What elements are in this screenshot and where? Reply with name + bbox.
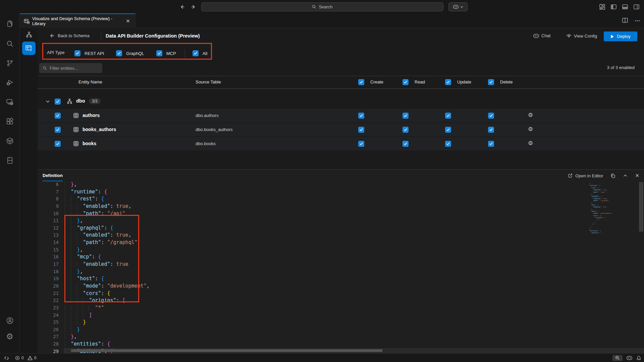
page-title: Data API Builder Configuration (Preview) xyxy=(106,33,200,39)
collapse-panel-icon[interactable] xyxy=(623,173,628,178)
definition-tab[interactable]: Definition xyxy=(43,173,63,181)
read-checkbox[interactable] xyxy=(402,127,409,133)
tab-visualize-schema[interactable]: Visualize and Design Schema (Preview) - … xyxy=(20,13,136,28)
group-checkbox[interactable] xyxy=(55,99,61,105)
chevron-down-icon[interactable] xyxy=(45,99,50,104)
update-checkbox[interactable] xyxy=(445,141,451,147)
filter-entities-input[interactable]: Filter entities... xyxy=(39,63,102,73)
schema-group-row[interactable]: dbo 3/3 xyxy=(38,95,644,109)
line-number: 24 xyxy=(38,312,59,319)
zoom-status-icon[interactable] xyxy=(612,355,623,361)
table-row-books[interactable]: booksdbo.books⚙ xyxy=(38,137,644,150)
create-checkbox[interactable] xyxy=(358,113,364,119)
create-all-checkbox-box[interactable] xyxy=(358,79,364,85)
remote-indicator-icon[interactable] xyxy=(4,356,9,361)
code-line-23: 23 "*" xyxy=(38,304,644,312)
update-all-checkbox[interactable] xyxy=(445,79,451,85)
update-checkbox[interactable] xyxy=(445,127,451,133)
problems-indicator[interactable]: 0 0 xyxy=(15,356,36,360)
table-designer-button[interactable]: ⚙ xyxy=(22,42,36,55)
update-checkbox[interactable] xyxy=(445,113,451,119)
extensions-icon[interactable] xyxy=(0,113,19,129)
line-number: 10 xyxy=(38,210,59,218)
code-editor[interactable]: 6 },7 "runtime": {8 "rest": {9 "enabled"… xyxy=(38,181,644,353)
open-external-icon xyxy=(568,173,573,178)
read-checkbox[interactable] xyxy=(402,141,409,147)
command-center-search[interactable]: Search xyxy=(201,2,443,11)
line-number: 27 xyxy=(38,333,59,341)
search-view-icon[interactable] xyxy=(0,36,19,52)
delete-all-checkbox[interactable] xyxy=(488,79,494,85)
read-all-checkbox-box[interactable] xyxy=(402,79,409,85)
split-editor-icon[interactable] xyxy=(622,17,628,24)
update-all-checkbox-box[interactable] xyxy=(445,79,451,85)
back-to-schema-button[interactable]: Back to Schema xyxy=(50,33,90,38)
api-option-all-checkbox[interactable] xyxy=(193,50,199,56)
api-option-rest-api-checkbox[interactable] xyxy=(74,50,80,56)
api-option-mcp-checkbox[interactable] xyxy=(156,50,162,56)
copilot-menu-button[interactable] xyxy=(448,2,468,11)
row-settings-gear-icon[interactable]: ⚙ xyxy=(528,140,533,147)
create-all-checkbox[interactable] xyxy=(358,79,364,85)
table-header-row: Entity Name Source Table Create Read Upd… xyxy=(38,76,644,88)
table-row-books_authors[interactable]: books_authorsdbo.books_authors⚙ xyxy=(38,123,644,136)
row-settings-gear-icon[interactable]: ⚙ xyxy=(528,126,533,133)
remote-explorer-icon[interactable] xyxy=(0,94,19,110)
row-select-checkbox[interactable] xyxy=(55,113,61,119)
create-checkbox[interactable] xyxy=(358,127,364,133)
create-checkbox[interactable] xyxy=(358,141,364,147)
source-table: dbo.books xyxy=(196,141,216,146)
copy-icon[interactable] xyxy=(610,173,615,178)
warning-icon xyxy=(28,356,33,360)
explorer-icon[interactable] xyxy=(0,16,19,32)
code-line-10: 10 "path": "/api" xyxy=(38,210,644,218)
row-select-checkbox[interactable] xyxy=(55,141,61,147)
title-bar: Search xyxy=(0,0,644,13)
schema-diagram-icon[interactable] xyxy=(24,30,34,39)
delete-checkbox[interactable] xyxy=(488,141,494,147)
line-number: 16 xyxy=(38,253,59,261)
notifications-bell-icon[interactable] xyxy=(636,356,641,361)
row-select-checkbox[interactable] xyxy=(55,127,61,133)
open-in-editor-button[interactable]: Open in Editor xyxy=(568,173,603,178)
delete-checkbox[interactable] xyxy=(488,113,494,119)
run-debug-icon[interactable] xyxy=(0,74,19,90)
api-option-graphql-checkbox[interactable] xyxy=(116,50,122,56)
nav-forward-icon[interactable] xyxy=(189,3,197,11)
read-checkbox[interactable] xyxy=(402,113,409,119)
read-all-checkbox[interactable] xyxy=(402,79,409,85)
accounts-icon[interactable] xyxy=(0,312,19,328)
tab-close-icon[interactable]: ✕ xyxy=(125,18,131,24)
group-checkbox-box[interactable] xyxy=(55,99,61,105)
delete-all-checkbox-box[interactable] xyxy=(488,79,494,85)
api-option-mcp-label: MCP xyxy=(166,51,176,56)
vertical-scrollbar[interactable] xyxy=(639,182,643,232)
filter-search-icon xyxy=(43,66,47,70)
row-settings-gear-icon[interactable]: ⚙ xyxy=(528,112,533,119)
view-config-button[interactable]: View Config xyxy=(566,33,597,39)
code-line-17: 17 "enabled": true xyxy=(38,261,644,268)
horizontal-scrollbar[interactable] xyxy=(71,349,382,352)
deploy-button[interactable]: Deploy xyxy=(604,32,637,41)
search-label: Search xyxy=(319,4,332,9)
warning-count: 0 xyxy=(34,356,37,360)
table-row-authors[interactable]: authorsdbo.authors⚙ xyxy=(38,109,644,122)
toggle-primary-sidebar-icon[interactable] xyxy=(611,4,616,9)
api-type-options: REST APIGraphQLMCPAll xyxy=(74,49,219,58)
more-actions-icon[interactable]: ⋯ xyxy=(635,17,641,24)
delete-checkbox[interactable] xyxy=(488,127,494,133)
source-control-icon[interactable] xyxy=(0,55,19,71)
definition-panel: Definition Open in Editor ✕ 6 },7 "runti… xyxy=(38,169,644,353)
group-name: dbo xyxy=(76,98,85,104)
nav-back-icon[interactable] xyxy=(178,3,186,11)
toggle-panel-icon[interactable] xyxy=(622,4,628,9)
containers-icon[interactable] xyxy=(0,133,19,149)
customize-layout-icon[interactable] xyxy=(599,4,605,9)
database-projects-icon[interactable] xyxy=(0,152,19,168)
close-panel-icon[interactable]: ✕ xyxy=(635,173,639,179)
chat-button[interactable]: Chat xyxy=(533,33,550,38)
toggle-secondary-sidebar-icon[interactable] xyxy=(634,4,639,9)
copilot-status-icon[interactable] xyxy=(627,356,632,360)
minimap[interactable]: }, "runtime": { "rest": { "enabled": tru… xyxy=(587,183,620,234)
settings-gear-icon[interactable]: ⚙ xyxy=(0,328,19,345)
